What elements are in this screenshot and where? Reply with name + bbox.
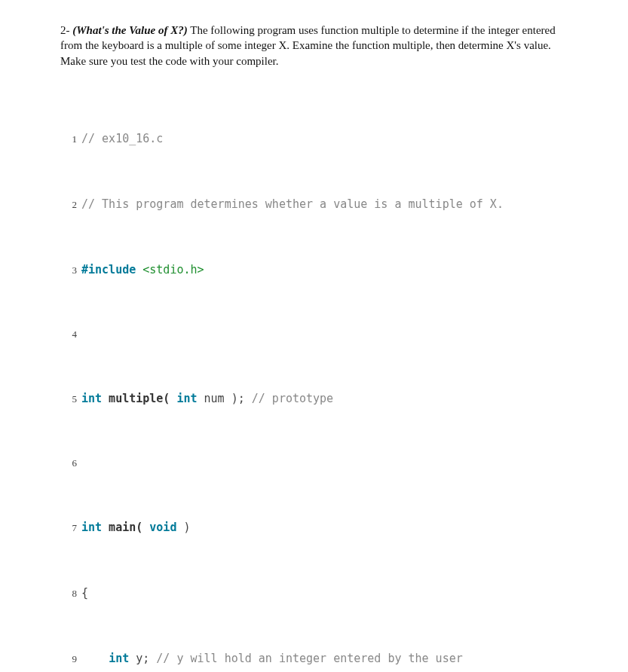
comment: // This program determines whether a val… (81, 197, 504, 213)
question-prompt: 2- (What's the Value of X?) The followin… (60, 23, 568, 69)
code-text: y; (129, 651, 149, 667)
line-number: 5 (60, 393, 77, 407)
code-text: num ); (198, 391, 245, 408)
code-line: 5int multiple( int num ); // prototype (60, 391, 568, 408)
keyword: int (81, 391, 102, 408)
line-number: 7 (60, 521, 77, 536)
comment: // prototype (245, 391, 333, 408)
code-text: ) (176, 520, 190, 536)
keyword: int (81, 520, 102, 536)
code-line: 2// This program determines whether a va… (60, 197, 568, 213)
line-number: 6 (60, 457, 77, 471)
line-number: 2 (60, 198, 77, 212)
code-line: 4 (60, 328, 568, 342)
line-number: 3 (60, 264, 77, 278)
question-number: 2- (60, 24, 70, 36)
identifier: multiple( (102, 391, 170, 408)
line-number: 4 (60, 328, 77, 342)
code-line: 3#include <stdio.h> (60, 262, 568, 279)
line-number: 9 (60, 652, 77, 667)
question-title: (What's the Value of X?) (72, 24, 188, 36)
code-line: 1// ex10_16.c (60, 131, 568, 148)
code-text: { (81, 585, 88, 602)
include-header: <stdio.h> (136, 262, 204, 279)
indent (81, 651, 109, 667)
page: 2- (What's the Value of X?) The followin… (0, 0, 628, 672)
code-listing: 1// ex10_16.c 2// This program determine… (60, 82, 568, 672)
code-line: 8{ (60, 585, 568, 602)
line-number: 8 (60, 587, 77, 601)
identifier: main( (102, 520, 142, 536)
comment: // ex10_16.c (81, 131, 163, 148)
keyword: int (109, 651, 129, 667)
comment: // y will hold an integer entered by the… (149, 651, 462, 667)
code-line: 7int main( void ) (60, 520, 568, 536)
code-line: 9 int y; // y will hold an integer enter… (60, 651, 568, 667)
keyword: int (170, 391, 197, 408)
preprocessor: #include (81, 262, 136, 279)
keyword: void (142, 520, 176, 536)
line-number: 1 (60, 133, 77, 147)
code-line: 6 (60, 457, 568, 471)
